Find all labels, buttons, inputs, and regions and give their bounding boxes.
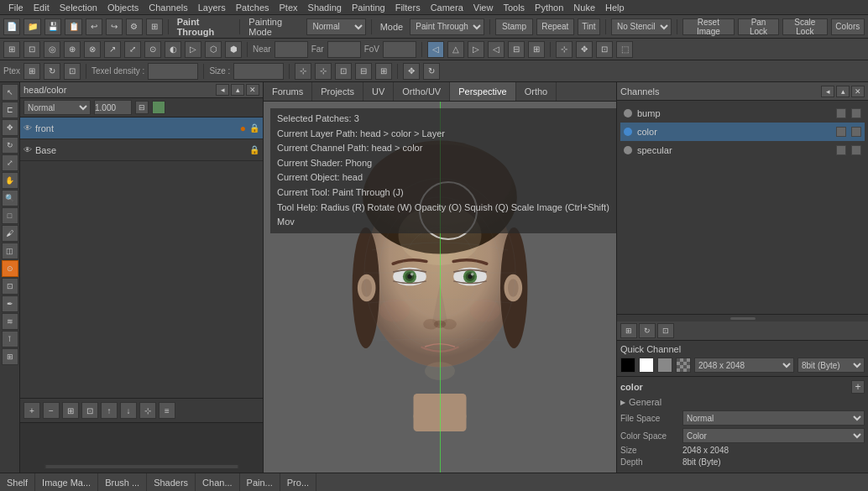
menu-item-layers[interactable]: Layers (193, 3, 231, 13)
channel-btn-specular-1[interactable] (836, 145, 846, 155)
lp-btn-5[interactable]: ↑ (101, 402, 118, 419)
fov-input[interactable] (383, 41, 416, 58)
channel-color[interactable]: color (620, 123, 865, 141)
color-add-btn[interactable]: + (851, 380, 865, 394)
panel-ctrl-1[interactable]: ◂ (216, 84, 229, 96)
bottom-tab-image-ma[interactable]: Image Ma... (35, 473, 98, 492)
t2-extra-btn1[interactable]: ⊹ (556, 41, 573, 58)
t2-nav-btn4[interactable]: ◁ (488, 41, 505, 58)
bottom-tab-pro[interactable]: Pro... (280, 473, 316, 492)
tool-zoom[interactable]: 🔍 (2, 190, 18, 206)
t3-extra-btn6[interactable]: ✥ (403, 63, 420, 80)
lp-btn-4[interactable]: ⊡ (81, 402, 98, 419)
channel-bump[interactable]: bump (620, 104, 865, 123)
tool-smooth[interactable]: ≋ (2, 313, 18, 330)
lp-btn-2[interactable]: − (43, 402, 60, 419)
menu-item-shading[interactable]: Shading (303, 3, 347, 13)
menu-item-painting[interactable]: Painting (347, 3, 390, 13)
tool-paint-through[interactable]: ⊙ (2, 260, 18, 277)
t2-nav-btn3[interactable]: ▷ (468, 41, 484, 58)
tool-lasso[interactable]: ⊏ (2, 102, 18, 118)
t3-extra-btn5[interactable]: ⊞ (375, 63, 392, 80)
layer-opacity-input[interactable] (94, 100, 132, 115)
channels-ctrl-3[interactable]: ✕ (851, 86, 865, 97)
redo-btn[interactable]: ↪ (106, 18, 123, 35)
t2-nav-btn5[interactable]: ⊟ (508, 41, 525, 58)
tool-eraser[interactable]: ◫ (2, 243, 18, 259)
menu-item-selection[interactable]: Selection (55, 3, 102, 13)
tool-picker[interactable]: ✒ (2, 295, 18, 312)
t2-nav-btn1[interactable]: ◁ (427, 41, 444, 58)
save-as-btn[interactable]: 📋 (65, 18, 81, 35)
layer-eye-base[interactable]: 👁 (24, 145, 32, 154)
tool-rect[interactable]: □ (2, 207, 18, 224)
repeat-btn[interactable]: Repeat (536, 18, 574, 35)
channel-btn-bump-2[interactable] (851, 108, 861, 118)
reset-image-btn[interactable]: Reset Image (682, 18, 735, 35)
rp-btn-2[interactable]: ↻ (639, 323, 656, 338)
layer-mode-select[interactable]: Normal (24, 100, 91, 115)
t2-btn7[interactable]: ⤢ (124, 41, 141, 58)
tool-move[interactable]: ✥ (2, 119, 18, 136)
layer-lock-front[interactable]: 🔒 (249, 123, 259, 133)
tab-forums[interactable]: Forums (264, 82, 312, 101)
tab-ortho-uv[interactable]: Ortho/UV (394, 82, 450, 101)
stamp-btn[interactable]: Stamp (495, 18, 533, 35)
t2-btn8[interactable]: ⊙ (144, 41, 161, 58)
painting-mode-select[interactable]: Normal (306, 18, 365, 35)
t3-btn2[interactable]: ↻ (44, 63, 60, 80)
color-space-select[interactable]: Color (682, 428, 865, 443)
tab-projects[interactable]: Projects (312, 82, 363, 101)
texel-density-input[interactable] (148, 63, 198, 80)
mode-select[interactable]: Paint Through (410, 18, 484, 35)
settings-btn[interactable]: ⚙ (126, 18, 143, 35)
layer-color-btn[interactable] (152, 101, 165, 114)
tool-scale[interactable]: ⤢ (2, 154, 18, 171)
t2-btn6[interactable]: ↗ (104, 41, 121, 58)
t3-btn3[interactable]: ⊡ (64, 63, 81, 80)
panel-ctrl-2[interactable]: ▴ (231, 84, 244, 96)
tab-perspective[interactable]: Perspective (450, 82, 515, 101)
menu-item-filters[interactable]: Filters (390, 3, 426, 13)
bottom-tab-shelf[interactable]: Shelf (0, 473, 35, 492)
swatch-black[interactable] (620, 358, 635, 373)
layer-btn-1[interactable]: ⊟ (135, 101, 149, 114)
menu-item-python[interactable]: Python (530, 3, 568, 13)
menu-item-camera[interactable]: Camera (426, 3, 468, 13)
t2-btn3[interactable]: ◎ (44, 41, 60, 58)
channel-btn-color-1[interactable] (836, 127, 846, 137)
layer-scrollbar[interactable] (44, 464, 238, 469)
general-toggle[interactable]: ▶ General (620, 397, 865, 407)
tool-paint[interactable]: 🖌 (2, 225, 18, 242)
undo-btn[interactable]: ↩ (86, 18, 102, 35)
tab-ortho[interactable]: Ortho (516, 82, 557, 101)
layer-lock-base[interactable]: 🔒 (249, 145, 259, 154)
t2-btn1[interactable]: ⊞ (3, 41, 20, 58)
t3-extra-btn4[interactable]: ⊟ (355, 63, 372, 80)
extra-btn[interactable]: ⊞ (146, 18, 163, 35)
rp-btn-3[interactable]: ⊡ (657, 323, 674, 338)
t2-extra-btn4[interactable]: ⬚ (616, 41, 633, 58)
bottom-tab-brush[interactable]: Brush ... (98, 473, 147, 492)
pan-lock-btn[interactable]: Pan Lock (738, 18, 779, 35)
t3-btn1[interactable]: ⊞ (24, 63, 40, 80)
layer-item-front[interactable]: 👁 front ● 🔒 (20, 118, 263, 139)
lp-btn-3[interactable]: ⊞ (62, 402, 79, 419)
qc-bit-depth-select[interactable]: 8bit (Byte) (797, 358, 865, 373)
near-input[interactable] (275, 41, 308, 58)
swatch-grey[interactable] (657, 358, 672, 373)
channel-btn-specular-2[interactable] (851, 145, 861, 155)
layer-eye-front[interactable]: 👁 (24, 123, 32, 133)
menu-item-channels[interactable]: Channels (144, 3, 192, 13)
t3-extra-btn2[interactable]: ⊹ (315, 63, 332, 80)
menu-item-nuke[interactable]: Nuke (568, 3, 600, 13)
rp-btn-1[interactable]: ⊞ (620, 323, 637, 338)
t2-nav-btn2[interactable]: △ (447, 41, 464, 58)
menu-item-ptex[interactable]: Ptex (275, 3, 303, 13)
layer-item-base[interactable]: 👁 Base 🔒 (20, 139, 263, 161)
tool-pan[interactable]: ✋ (2, 172, 18, 189)
t2-btn9[interactable]: ◐ (165, 41, 181, 58)
menu-item-view[interactable]: View (468, 3, 499, 13)
t2-extra-btn2[interactable]: ✥ (576, 41, 593, 58)
size-input[interactable] (233, 63, 284, 80)
